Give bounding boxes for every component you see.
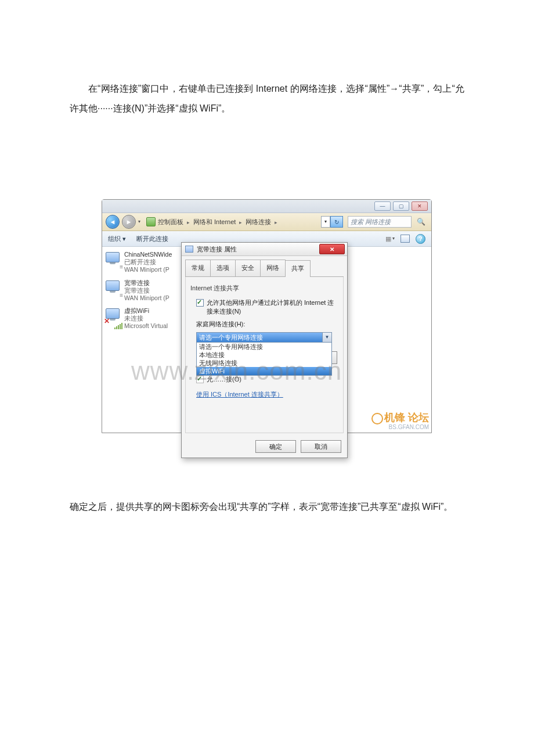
crumb-network-connections[interactable]: 网络连接 bbox=[246, 215, 271, 229]
search-icon[interactable]: 🔍 bbox=[414, 215, 428, 228]
group-title: Internet 连接共享 bbox=[190, 282, 338, 295]
toolbar-disconnect[interactable]: 断开此连接 bbox=[136, 232, 168, 246]
tab-sharing[interactable]: 共享 bbox=[285, 260, 311, 277]
combo-option-highlighted[interactable]: 虚拟WiFi bbox=[197, 367, 331, 375]
toolbar-view-icon[interactable]: ▦ ▾ bbox=[385, 232, 395, 246]
allow-sharing-checkbox-row[interactable]: 允许其他网络用户通过此计算机的 Internet 连接来连接(N) bbox=[190, 298, 338, 315]
connection-item-chinanet[interactable]: ≡ ChinaNetSNWide 已断开连接 WAN Miniport (P bbox=[102, 249, 180, 277]
folder-icon bbox=[146, 217, 156, 226]
connection-name: 宽带连接 bbox=[124, 279, 169, 287]
connection-item-virtual-wifi[interactable]: ✕ 虚拟WiFi 未连接 Microsoft Virtual bbox=[102, 305, 180, 333]
connection-name: 虚拟WiFi bbox=[124, 307, 168, 315]
paragraph-1: 在“网络连接”窗口中，右键单击已连接到 Internet 的网络连接，选择“属性… bbox=[70, 79, 464, 118]
tab-security[interactable]: 安全 bbox=[235, 260, 261, 276]
nav-back-button[interactable]: ◄ bbox=[106, 215, 120, 229]
home-connection-combo[interactable]: 请选一个专用网络连接 ▼ 请选一个专用网络连接 本地连接 无线网络连接 虚拟Wi… bbox=[196, 332, 332, 343]
connection-status: 已断开连接 bbox=[124, 258, 172, 266]
connection-adapter: WAN Miniport (P bbox=[124, 294, 169, 302]
address-bar: ◄ ► ▾ 控制面板 网络和 Internet 网络连接 ▾ ↻ 搜索 网络连接… bbox=[102, 213, 431, 231]
nav-forward-button[interactable]: ► bbox=[122, 215, 136, 229]
disconnected-icon: ✕ bbox=[104, 314, 110, 329]
toolbar-organize[interactable]: 组织 ▾ bbox=[108, 232, 126, 246]
tab-options[interactable]: 选项 bbox=[210, 260, 236, 276]
wan-icon: ≡ bbox=[120, 261, 123, 273]
content-area: ≡ ChinaNetSNWide 已断开连接 WAN Miniport (P ≡ bbox=[102, 247, 431, 433]
breadcrumb[interactable]: 控制面板 网络和 Internet 网络连接 bbox=[158, 215, 319, 229]
sharing-panel: Internet 连接共享 允许其他网络用户通过此计算机的 Internet 连… bbox=[185, 277, 344, 433]
home-connection-label: 家庭网络连接(H): bbox=[190, 318, 338, 331]
wifi-signal-icon bbox=[114, 323, 122, 329]
broadband-properties-dialog: 宽带连接 属性 ✕ 常规 选项 安全 网络 共享 Internet 连接共享 bbox=[181, 242, 348, 458]
dialog-title: 宽带连接 属性 bbox=[197, 243, 316, 256]
dialog-tabs: 常规 选项 安全 网络 共享 bbox=[185, 260, 344, 277]
search-placeholder: 搜索 网络连接 bbox=[351, 215, 391, 229]
cancel-button[interactable]: 取消 bbox=[301, 440, 341, 453]
gfan-logo: 机锋 论坛 BS.GFAN.COM bbox=[371, 412, 429, 430]
connection-status: 未连接 bbox=[124, 315, 168, 322]
dialog-close-button[interactable]: ✕ bbox=[319, 244, 345, 254]
refresh-button[interactable]: ↻ bbox=[330, 216, 343, 228]
tab-network[interactable]: 网络 bbox=[260, 260, 286, 276]
connection-icon: ≡ bbox=[104, 251, 121, 272]
toolbar-preview-pane-icon[interactable] bbox=[400, 235, 410, 243]
connection-icon: ≡ bbox=[104, 279, 121, 300]
connections-list: ≡ ChinaNetSNWide 已断开连接 WAN Miniport (P ≡ bbox=[102, 247, 181, 433]
crumb-network-internet[interactable]: 网络和 Internet bbox=[193, 215, 236, 229]
dialog-sysicon bbox=[185, 246, 193, 253]
allow-sharing-label: 允许其他网络用户通过此计算机的 Internet 连接来连接(N) bbox=[207, 298, 338, 315]
bottom-margin bbox=[70, 526, 464, 741]
combo-dropdown-button[interactable]: ▼ bbox=[322, 333, 331, 342]
nav-history-dropdown[interactable]: ▾ bbox=[138, 217, 144, 227]
address-dropdown[interactable]: ▾ bbox=[321, 216, 330, 228]
ok-button[interactable]: 确定 bbox=[255, 440, 296, 453]
connection-item-broadband[interactable]: ≡ 宽带连接 宽带连接 WAN Miniport (P bbox=[102, 278, 180, 305]
combo-list: 请选一个专用网络连接 本地连接 无线网络连接 虚拟WiFi bbox=[196, 342, 332, 376]
wan-icon: ≡ bbox=[120, 289, 123, 301]
window-titlebar: — ▢ ✕ bbox=[102, 200, 431, 213]
dialog-titlebar: 宽带连接 属性 ✕ bbox=[182, 243, 347, 256]
crumb-control-panel[interactable]: 控制面板 bbox=[158, 215, 183, 229]
minimize-button[interactable]: — bbox=[374, 201, 391, 211]
search-box[interactable]: 搜索 网络连接 bbox=[348, 216, 412, 228]
connection-name: ChinaNetSNWide bbox=[124, 251, 172, 258]
paragraph-2: 确定之后，提供共享的网卡图标旁会出现“共享的”字样，表示“宽带连接”已共享至“虚… bbox=[70, 497, 464, 517]
toolbar-help-icon[interactable]: ? bbox=[416, 234, 425, 244]
network-connections-window: — ▢ ✕ ◄ ► ▾ 控制面板 网络和 Internet 网络连接 ▾ ↻ bbox=[102, 199, 432, 433]
tab-general[interactable]: 常规 bbox=[185, 260, 211, 276]
dialog-buttons: 确定 取消 bbox=[182, 437, 347, 458]
maximize-button[interactable]: ▢ bbox=[393, 201, 409, 211]
connection-adapter: Microsoft Virtual bbox=[124, 322, 168, 330]
ics-help-link[interactable]: 使用 ICS（Internet 连接共享） bbox=[196, 391, 283, 398]
connection-icon: ✕ bbox=[104, 307, 121, 328]
screenshot: — ▢ ✕ ◄ ► ▾ 控制面板 网络和 Internet 网络连接 ▾ ↻ bbox=[102, 199, 464, 433]
checkbox-icon[interactable] bbox=[196, 299, 204, 307]
close-button[interactable]: ✕ bbox=[412, 201, 428, 211]
connection-status: 宽带连接 bbox=[124, 287, 169, 294]
connection-adapter: WAN Miniport (P bbox=[124, 266, 172, 273]
